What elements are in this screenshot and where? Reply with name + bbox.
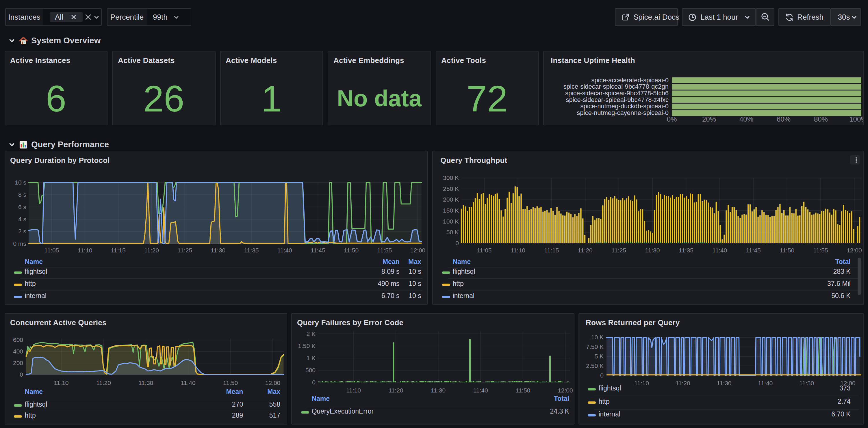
svg-text:100 K: 100 K [443,218,459,225]
svg-text:0: 0 [312,379,315,386]
svg-text:11:30: 11:30 [645,247,660,254]
svg-text:8 s: 8 s [18,191,26,198]
svg-text:11:50: 11:50 [516,387,530,394]
svg-text:0: 0 [455,240,459,246]
svg-text:12:00: 12:00 [847,247,862,254]
svg-text:11:25: 11:25 [177,247,192,254]
svg-text:11:30: 11:30 [138,380,153,386]
svg-text:11:10: 11:10 [634,380,649,387]
svg-text:11:20: 11:20 [96,380,111,386]
svg-text:11:50: 11:50 [780,247,794,254]
svg-text:11:10: 11:10 [54,380,68,386]
svg-text:2 s: 2 s [18,228,26,234]
svg-text:11:30: 11:30 [431,387,445,394]
svg-text:10 s: 10 s [14,179,26,186]
svg-text:11:40: 11:40 [277,247,292,254]
svg-text:spice-sidecar-spiceai-9bc4778-: spice-sidecar-spiceai-9bc4778-z4fxc [566,96,669,103]
svg-text:spice-sidecar-spiceai-9bc4778-: spice-sidecar-spiceai-9bc4778-5tcb6 [565,90,669,97]
svg-text:20%: 20% [702,115,716,123]
svg-text:2.50 K: 2.50 K [586,362,603,369]
svg-text:100%: 100% [849,115,864,123]
svg-text:0: 0 [19,371,23,378]
svg-text:300 K: 300 K [443,174,459,181]
svg-text:11:10: 11:10 [78,247,92,254]
svg-text:50 K: 50 K [446,229,459,235]
svg-text:6 s: 6 s [18,204,26,210]
svg-text:11:45: 11:45 [310,247,325,254]
svg-text:11:20: 11:20 [675,380,690,387]
svg-text:12:00: 12:00 [410,247,425,254]
svg-text:11:30: 11:30 [717,380,731,387]
svg-text:11:50: 11:50 [223,380,238,386]
svg-text:11:05: 11:05 [44,247,59,254]
svg-text:11:50: 11:50 [344,247,358,254]
svg-text:0%: 0% [667,115,677,123]
svg-text:11:20: 11:20 [578,247,593,254]
svg-text:0: 0 [600,372,603,378]
svg-text:7.50 K: 7.50 K [586,343,603,350]
svg-text:600: 600 [13,336,23,343]
svg-text:11:05: 11:05 [477,247,492,254]
svg-text:80%: 80% [814,115,828,123]
svg-text:11:40: 11:40 [181,380,195,386]
svg-text:11:40: 11:40 [473,387,488,394]
svg-text:4 s: 4 s [18,216,26,222]
svg-text:11:20: 11:20 [144,247,159,254]
svg-text:400: 400 [13,348,23,355]
svg-text:11:35: 11:35 [244,247,258,254]
svg-text:spice-nutmeg-cayenne-spiceai-0: spice-nutmeg-cayenne-spiceai-0 [577,109,669,117]
svg-text:60%: 60% [777,115,790,123]
svg-text:10 K: 10 K [591,334,603,340]
svg-text:250 K: 250 K [443,186,459,192]
svg-text:11:50: 11:50 [799,380,814,387]
svg-text:11:40: 11:40 [757,380,772,387]
svg-text:11:20: 11:20 [389,387,403,394]
svg-text:200 K: 200 K [443,196,459,203]
svg-text:1.50 K: 1.50 K [298,342,315,349]
svg-text:11:10: 11:10 [510,247,525,254]
svg-text:1 K: 1 K [306,355,315,361]
svg-text:2 K: 2 K [306,330,315,337]
svg-text:11:30: 11:30 [210,247,225,254]
svg-text:spice-sidecar-spiceai-9bc4778-: spice-sidecar-spiceai-9bc4778-qc2gn [563,83,669,90]
svg-text:11:55: 11:55 [813,247,828,254]
svg-text:12:00: 12:00 [265,380,280,386]
svg-text:11:25: 11:25 [612,247,626,254]
svg-text:200: 200 [13,360,23,366]
svg-text:12:00: 12:00 [558,387,573,394]
svg-text:spice-accelerated-spiceai-0: spice-accelerated-spiceai-0 [591,76,669,84]
svg-text:150 K: 150 K [443,207,459,214]
svg-text:11:40: 11:40 [712,247,727,254]
svg-text:500: 500 [305,367,315,373]
svg-text:11:35: 11:35 [679,247,693,254]
svg-text:11:15: 11:15 [111,247,125,254]
svg-text:5 K: 5 K [594,353,603,360]
svg-text:11:55: 11:55 [377,247,392,254]
svg-text:spice-nutmeg-duckdb-spiceai-0: spice-nutmeg-duckdb-spiceai-0 [581,102,669,110]
svg-text:40%: 40% [739,115,753,123]
svg-text:0 ms: 0 ms [13,240,26,247]
svg-text:11:15: 11:15 [544,247,559,254]
svg-text:11:10: 11:10 [346,387,361,394]
svg-text:11:45: 11:45 [746,247,761,254]
